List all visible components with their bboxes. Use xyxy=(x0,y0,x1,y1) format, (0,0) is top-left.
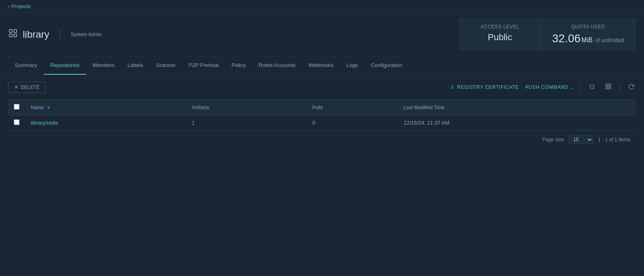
name-col-label: Name xyxy=(31,105,44,110)
toolbar-right: ⇓ REGISTRY CERTIFICATE PUSH COMMAND ⌄ xyxy=(450,82,636,93)
back-label: Projects xyxy=(11,3,30,9)
svg-rect-1 xyxy=(14,30,17,32)
toolbar: ✕ DELETE ⇓ REGISTRY CERTIFICATE PUSH COM… xyxy=(8,82,636,93)
push-command-button[interactable]: PUSH COMMAND ⌄ xyxy=(525,84,574,90)
quota-unit: MiB xyxy=(581,37,593,44)
search-icon xyxy=(589,84,595,91)
quota-card: Quota used 32.06 MiB of unlimited xyxy=(540,19,636,50)
tab-labels[interactable]: Labels xyxy=(121,56,149,75)
header-stats: Access Level Public Quota used 32.06 MiB… xyxy=(459,19,636,50)
quota-value: 32.06 xyxy=(552,32,581,45)
svg-point-4 xyxy=(590,84,594,88)
svg-rect-7 xyxy=(609,84,611,86)
delete-label: DELETE xyxy=(21,84,40,90)
top-bar: ‹ Projects xyxy=(0,0,644,13)
tab-summary[interactable]: Summary xyxy=(8,56,44,75)
row-checkbox[interactable] xyxy=(14,119,19,125)
tab-members[interactable]: Members xyxy=(86,56,121,75)
repositories-table: Name ▼ Artifacts Pulls Last Modified Tim… xyxy=(8,99,636,131)
page-size-select[interactable]: 15 25 50 xyxy=(569,135,593,144)
back-to-projects-link[interactable]: ‹ Projects xyxy=(8,3,30,9)
grid-list-icon xyxy=(605,83,612,91)
download-icon: ⇓ xyxy=(450,84,455,90)
access-level-label: Access Level xyxy=(471,24,529,30)
pagination-info: 1 - 1 of 1 items xyxy=(598,137,630,142)
tab-p2p-preheat[interactable]: P2P Preheat xyxy=(182,56,225,75)
chevron-left-icon: ‹ xyxy=(8,3,10,9)
svg-rect-0 xyxy=(9,30,12,32)
quota-label: Quota used xyxy=(552,24,624,30)
view-toggle-button[interactable] xyxy=(603,82,613,93)
row-artifacts-cell: 1 xyxy=(186,115,307,131)
nav-tabs: Summary Repositories Members Labels Scan… xyxy=(0,56,644,75)
project-name: library xyxy=(23,29,49,40)
row-checkbox-cell xyxy=(8,115,25,131)
push-cmd-label: PUSH COMMAND xyxy=(525,84,568,90)
chevron-down-icon: ⌄ xyxy=(570,84,575,90)
registry-cert-label: REGISTRY CERTIFICATE xyxy=(457,84,519,90)
header-divider xyxy=(60,29,60,40)
access-level-card: Access Level Public xyxy=(459,19,540,50)
toolbar-left: ✕ DELETE xyxy=(8,82,46,93)
tab-logs[interactable]: Logs xyxy=(340,56,364,75)
col-name: Name ▼ xyxy=(25,100,186,115)
svg-rect-3 xyxy=(14,34,17,37)
svg-rect-9 xyxy=(609,87,611,89)
repository-link[interactable]: library/redis xyxy=(31,120,58,126)
tab-webhooks[interactable]: Webhooks xyxy=(302,56,340,75)
project-title-area: library System Admin xyxy=(8,28,459,41)
quota-suffix: of unlimited xyxy=(595,37,624,43)
table-header-row: Name ▼ Artifacts Pulls Last Modified Tim… xyxy=(8,100,636,115)
row-last-modified-cell: 12/16/24, 11:37 AM xyxy=(398,115,636,131)
search-button[interactable] xyxy=(588,82,597,93)
svg-rect-2 xyxy=(9,34,12,37)
row-name-cell: library/redis xyxy=(25,115,186,131)
select-all-header xyxy=(8,100,25,115)
registry-certificate-button[interactable]: ⇓ REGISTRY CERTIFICATE xyxy=(450,84,519,90)
svg-rect-6 xyxy=(606,84,608,86)
refresh-icon xyxy=(628,84,634,91)
svg-line-5 xyxy=(593,88,594,89)
col-pulls: Pulls xyxy=(307,100,398,115)
tab-repositories[interactable]: Repositories xyxy=(44,56,86,75)
select-all-checkbox[interactable] xyxy=(14,104,19,110)
row-pulls-cell: 0 xyxy=(307,115,398,131)
system-admin-badge: System Admin xyxy=(71,32,102,37)
page-size-label: Page size xyxy=(542,137,564,142)
x-icon: ✕ xyxy=(14,84,18,90)
svg-rect-8 xyxy=(606,87,608,89)
access-level-value: Public xyxy=(471,32,529,43)
tab-robot-accounts[interactable]: Robot Accounts xyxy=(252,56,302,75)
project-header: library System Admin Access Level Public… xyxy=(0,13,644,56)
refresh-button[interactable] xyxy=(627,82,636,93)
tab-scanner[interactable]: Scanner xyxy=(149,56,182,75)
filter-icon[interactable]: ▼ xyxy=(46,105,51,110)
toolbar-separator xyxy=(581,84,581,91)
table-row: library/redis 1 0 12/16/24, 11:37 AM xyxy=(8,115,636,131)
project-icon xyxy=(8,28,18,41)
tab-configuration[interactable]: Configuration xyxy=(364,56,408,75)
toolbar-separator-2 xyxy=(620,84,620,91)
pagination-bar: Page size 15 25 50 1 - 1 of 1 items xyxy=(8,131,636,148)
content-area: ✕ DELETE ⇓ REGISTRY CERTIFICATE PUSH COM… xyxy=(0,75,644,155)
tab-policy[interactable]: Policy xyxy=(225,56,252,75)
delete-button[interactable]: ✕ DELETE xyxy=(8,82,46,93)
col-artifacts: Artifacts xyxy=(186,100,307,115)
col-last-modified: Last Modified Time xyxy=(398,100,636,115)
